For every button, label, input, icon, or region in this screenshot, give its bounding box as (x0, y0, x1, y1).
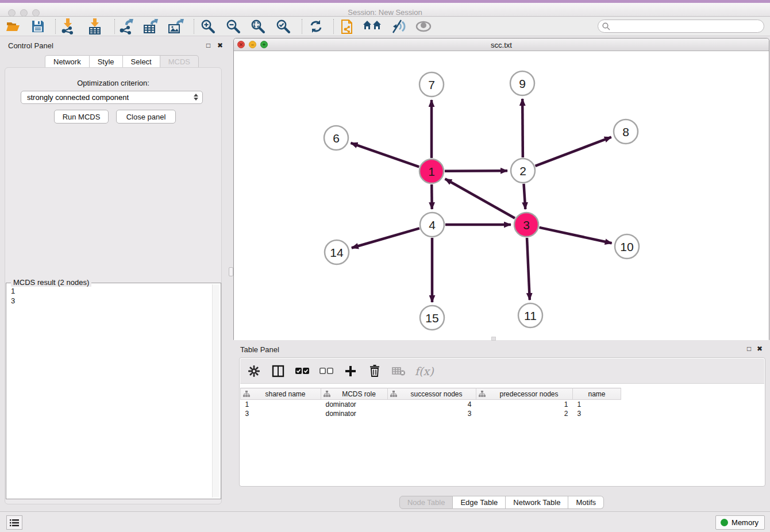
graph-node-label-8: 8 (622, 125, 629, 138)
table-cell[interactable]: dominator (321, 400, 388, 409)
table-cell[interactable]: 3 (573, 409, 621, 418)
toolbar-separator (194, 19, 194, 34)
tab-style[interactable]: Style (90, 55, 123, 68)
network-window-title: scc.txt (234, 41, 769, 49)
app-titlebar: Session: New Session (0, 3, 770, 17)
table-cell[interactable]: 2 (476, 409, 573, 418)
criterion-value: strongly connected component (27, 93, 129, 102)
column-header-successor-nodes[interactable]: successor nodes (388, 388, 476, 400)
graph-node-label-6: 6 (333, 132, 340, 145)
search-input[interactable] (613, 22, 764, 30)
float-table-panel-icon[interactable]: □ (747, 345, 751, 352)
graph-edge-3-11[interactable] (527, 238, 530, 300)
node-table[interactable]: shared name MCDS role successor nodes pr… (240, 388, 621, 418)
table-cell[interactable]: 1 (476, 400, 573, 409)
zoom-fit-button[interactable] (248, 18, 268, 34)
home-button[interactable] (363, 18, 382, 34)
export-image-button[interactable] (166, 18, 186, 34)
network-view-window: ✕ − + scc.txt 7968124314101511 (233, 38, 769, 340)
table-cell[interactable]: 4 (388, 400, 476, 409)
task-history-button[interactable] (6, 515, 22, 530)
close-panel-button[interactable]: Close panel (116, 110, 176, 124)
splitter-grip[interactable] (229, 267, 233, 276)
graph-edge-4-14[interactable] (352, 228, 419, 248)
node-table-header[interactable]: shared name MCDS role successor nodes pr… (241, 388, 621, 400)
canvas-resize-grip[interactable] (491, 337, 496, 341)
graph-edge-1-2[interactable] (445, 171, 507, 171)
hide-graphics-details-icon[interactable] (388, 18, 407, 34)
tab-network[interactable]: Network (45, 55, 90, 68)
show-column-icon[interactable] (270, 363, 286, 379)
float-panel-icon[interactable]: □ (206, 42, 210, 49)
open-session-button[interactable] (3, 18, 23, 34)
graph-edge-2-8[interactable] (536, 137, 611, 166)
graph-edge-2-9[interactable] (522, 99, 523, 157)
graph-node-label-3: 3 (523, 218, 530, 232)
table-row[interactable]: 3dominator323 (241, 409, 621, 418)
table-cell[interactable]: 3 (241, 409, 321, 418)
graph-edge-1-6[interactable] (351, 143, 419, 167)
result-scrollbar[interactable] (212, 284, 220, 498)
tab-motifs[interactable]: Motifs (568, 496, 604, 509)
column-header-mcds-role[interactable]: MCDS role (321, 388, 388, 400)
zoom-out-button[interactable] (224, 18, 243, 34)
search-icon (602, 22, 610, 30)
column-header-predecessor-nodes[interactable]: predecessor nodes (476, 388, 573, 400)
table-cell[interactable]: 1 (573, 400, 621, 409)
refresh-layout-button[interactable] (306, 18, 326, 34)
control-panel-title: Control Panel (8, 41, 53, 50)
graph-edge-3-1[interactable] (445, 179, 515, 218)
table-settings-icon[interactable] (246, 363, 262, 379)
mcds-result-title: MCDS result (2 nodes) (11, 278, 91, 287)
close-table-panel-icon[interactable]: ✖ (757, 345, 763, 352)
graph-node-label-7: 7 (428, 78, 435, 91)
network-graph[interactable]: 7968124314101511 (234, 51, 769, 340)
graph-edge-3-10[interactable] (539, 228, 611, 243)
function-builder-icon[interactable]: f(x) (415, 365, 434, 377)
graph-edge-2-3[interactable] (523, 184, 525, 209)
network-from-file-button[interactable] (338, 18, 357, 34)
tab-network-table[interactable]: Network Table (506, 496, 568, 509)
column-header-name[interactable]: name (573, 388, 621, 400)
column-header-shared-name[interactable]: shared name (241, 388, 321, 400)
zoom-selected-button[interactable] (274, 18, 293, 34)
import-network-button[interactable] (58, 18, 78, 34)
delete-row-icon[interactable] (367, 363, 383, 379)
zoom-in-button[interactable] (198, 18, 218, 34)
select-all-icon[interactable] (294, 363, 310, 379)
close-panel-icon[interactable]: ✖ (217, 42, 223, 49)
add-row-icon[interactable] (342, 363, 359, 379)
run-mcds-button[interactable]: Run MCDS (54, 110, 109, 124)
optimization-criterion-select[interactable]: strongly connected component (21, 91, 203, 104)
select-stepper-icon (194, 94, 198, 101)
tab-node-table[interactable]: Node Table (399, 496, 453, 509)
tab-edge-table[interactable]: Edge Table (453, 496, 506, 509)
table-cell[interactable]: 1 (241, 400, 321, 409)
toolbar-separator (114, 19, 115, 34)
tab-mcds[interactable]: MCDS (160, 55, 199, 68)
list-icon (10, 519, 19, 527)
network-canvas[interactable]: 7968124314101511 (234, 51, 769, 340)
save-session-button[interactable] (28, 18, 48, 34)
optimization-criterion-label: Optimization criterion: (0, 79, 226, 87)
table-row[interactable]: 1dominator411 (241, 400, 621, 409)
search-box[interactable] (598, 20, 764, 33)
graph-node-label-2: 2 (519, 164, 526, 178)
tab-select[interactable]: Select (123, 55, 160, 68)
mcds-result-text: 1 3 (11, 286, 15, 306)
table-cell[interactable]: 3 (388, 409, 476, 418)
graph-node-label-4: 4 (429, 218, 436, 232)
network-window-titlebar[interactable]: ✕ − + scc.txt (234, 38, 769, 51)
table-cell[interactable]: dominator (321, 409, 388, 418)
graph-node-label-14: 14 (330, 246, 344, 259)
unselect-all-icon[interactable] (318, 363, 334, 379)
control-panel-tabs: Network Style Select MCDS (45, 55, 199, 68)
show-graphics-details-icon[interactable] (414, 18, 433, 34)
window-title: Session: New Session (0, 8, 770, 17)
delete-table-icon[interactable] (391, 363, 407, 379)
memory-button[interactable]: Memory (715, 515, 765, 530)
graph-node-label-15: 15 (425, 311, 438, 325)
export-network-button[interactable] (116, 18, 136, 34)
export-table-button[interactable] (141, 18, 160, 34)
import-table-button[interactable] (85, 18, 105, 34)
